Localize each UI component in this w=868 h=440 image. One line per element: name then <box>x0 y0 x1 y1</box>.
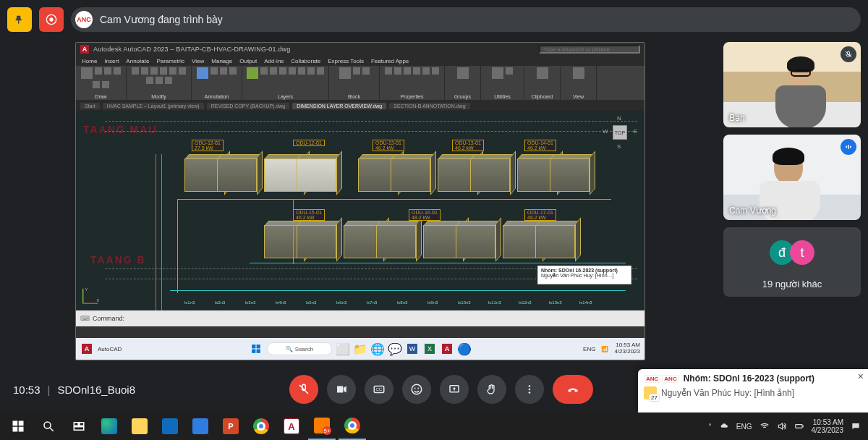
svg-rect-12 <box>850 146 851 148</box>
ribbon-tab[interactable]: Parametric <box>156 58 184 64</box>
word-icon[interactable]: W <box>406 342 419 355</box>
autocad-icon[interactable]: A <box>441 342 454 355</box>
doc-tab[interactable]: DIMENSION LAYER OVERVIEW.dwg <box>292 103 386 109</box>
ribbon-panel-label: Utilities <box>494 94 511 100</box>
ribbon-panel-label: Layers <box>278 94 293 100</box>
ribbon-tab[interactable]: Add-ins <box>264 58 284 64</box>
explorer-icon[interactable] <box>126 412 153 440</box>
leave-call-button[interactable] <box>553 375 593 404</box>
notification-title: Nhóm: SDOnl 16-2023 (support) <box>541 268 628 273</box>
viewcube-face[interactable]: TOP <box>613 125 627 140</box>
autocad-help-search[interactable] <box>539 45 640 54</box>
ppt-icon[interactable]: P <box>217 412 244 440</box>
autocad-canvas[interactable]: TAANG MAU TAANG B N S W E TOP ODU-12-012… <box>76 111 644 310</box>
unit-tag: ODU-14-0146.2 kW <box>524 140 556 151</box>
autocad-ribbon-tabs[interactable]: Home Insert Annotate Parametric View Man… <box>76 56 644 66</box>
search-icon[interactable] <box>35 412 62 440</box>
participant-tile-others[interactable]: đ t 19 người khác <box>723 227 861 297</box>
hvac-unit <box>391 158 430 192</box>
volume-icon[interactable] <box>777 421 787 431</box>
unit-tag: ODU-15-0146.2 kW <box>293 209 325 221</box>
edge-icon[interactable] <box>95 412 123 440</box>
system-tray[interactable]: ˄ ENG 10:53 AM 4/23/2023 <box>708 418 868 434</box>
shared-windows-taskbar: A AutoCAD 🔍 Search ⬜ 📁 🌐 💬 W X A 🔵 ENG 📶… <box>76 338 644 360</box>
viewcube-south: S <box>617 143 621 150</box>
svg-rect-30 <box>74 427 84 431</box>
taskview-icon[interactable] <box>65 412 93 440</box>
reactions-button[interactable] <box>402 375 431 404</box>
raise-hand-button[interactable] <box>477 375 506 404</box>
win-wifi-icon[interactable]: 📶 <box>601 346 608 352</box>
edge-icon[interactable]: 🌐 <box>371 342 384 355</box>
ribbon-tab[interactable]: Output <box>239 58 257 64</box>
captions-button[interactable]: CC <box>365 375 393 404</box>
svg-point-15 <box>412 384 422 394</box>
ribbon-tab[interactable]: Express Tools <box>328 58 364 64</box>
win-lang[interactable]: ENG <box>583 346 595 352</box>
taskview-icon[interactable]: ⬜ <box>336 342 349 355</box>
ribbon-tab[interactable]: Collaborate <box>291 58 320 64</box>
ribbon-panel-label: View <box>573 94 584 100</box>
participant-tile-self[interactable]: Bạn <box>723 42 861 127</box>
wifi-icon[interactable] <box>760 421 770 431</box>
pin-button[interactable] <box>7 7 32 32</box>
onedrive-icon[interactable] <box>719 421 729 431</box>
autocad-notification[interactable]: Nhóm: SDOnl 16-2023 (support) Nguyễn Văn… <box>537 266 631 284</box>
ribbon-tab[interactable]: Insert <box>104 58 119 64</box>
teams-icon[interactable]: 💬 <box>388 342 401 355</box>
unit-tag: ODU-13-0146.2 kW <box>452 140 484 151</box>
presenting-banner[interactable]: ANC Cam Vương đang trình bày <box>71 7 861 32</box>
start-icon[interactable] <box>4 412 32 440</box>
camera-button[interactable] <box>327 375 356 404</box>
chrome-running-icon[interactable] <box>339 412 366 440</box>
tray-chevron-icon[interactable]: ˄ <box>708 423 712 431</box>
battery-icon[interactable] <box>794 421 804 431</box>
doc-tab[interactable]: Start <box>80 103 100 109</box>
win-search[interactable]: 🔍 Search <box>267 342 332 355</box>
ribbon-tab[interactable]: View <box>192 58 204 64</box>
svg-rect-9 <box>257 350 260 353</box>
app-active-icon[interactable]: 5+ <box>308 412 336 440</box>
autocad-doc-tabs[interactable]: Start HVAC SAMPLE – Layout1 (primary vie… <box>76 101 644 111</box>
chat-notification[interactable]: × ANCANC Nhóm: SDOnl 16-2023 (support) 2… <box>638 369 868 412</box>
autocad-ribbon[interactable]: Draw Modify Annotation Layers Block Prop… <box>76 66 644 101</box>
ribbon-tab[interactable]: Home <box>82 58 97 64</box>
mic-button[interactable] <box>289 375 318 404</box>
store-icon[interactable] <box>187 412 214 440</box>
autocad-statusbar[interactable] <box>76 326 644 338</box>
doc-tab[interactable]: HVAC SAMPLE – Layout1 (primary view) <box>103 103 204 109</box>
zalo-icon[interactable]: 🔵 <box>458 342 471 355</box>
autocad-command-line[interactable]: ⌨Command: <box>76 310 644 326</box>
hvac-unit <box>297 225 336 258</box>
mail-icon[interactable] <box>156 412 184 440</box>
unit-tag: ODU-16-0148.2 kW <box>409 209 441 221</box>
win-clock[interactable]: 10:53 AM 4/23/2023 <box>614 342 640 355</box>
ribbon-tab[interactable]: Annotate <box>126 58 149 64</box>
svg-rect-29 <box>80 423 84 426</box>
more-button[interactable] <box>515 375 544 404</box>
ribbon-tab[interactable]: Manage <box>211 58 232 64</box>
close-icon[interactable]: × <box>858 371 864 382</box>
present-button[interactable] <box>440 375 469 404</box>
speaking-icon <box>841 139 856 155</box>
lang-indicator[interactable]: ENG <box>736 423 752 431</box>
doc-tab[interactable]: SECTION-B ANNOTATION.dwg <box>389 103 469 109</box>
chrome-icon[interactable] <box>247 412 275 440</box>
doc-tab[interactable]: REVISED COPY (BACKUP).dwg <box>207 103 290 109</box>
participant-tile-presenter[interactable]: Cam Vương <box>723 135 861 220</box>
record-button[interactable] <box>39 7 64 32</box>
host-clock[interactable]: 10:53 AM 4/23/2023 <box>812 418 844 434</box>
autocad-icon[interactable]: A <box>278 412 305 440</box>
duct-label: ls5n3 <box>306 300 316 305</box>
notifications-icon[interactable] <box>851 421 861 431</box>
win-date: 4/23/2023 <box>614 349 640 355</box>
excel-icon[interactable]: X <box>423 342 436 355</box>
win-search-label: Search <box>295 346 313 352</box>
ribbon-tab[interactable]: Featured Apps <box>371 58 409 64</box>
win-start-icon[interactable] <box>250 342 263 355</box>
svg-rect-11 <box>848 145 849 149</box>
viewcube[interactable]: N S W E TOP <box>603 115 637 150</box>
hvac-unit <box>297 158 336 192</box>
divider: | <box>48 384 51 396</box>
explorer-icon[interactable]: 📁 <box>354 342 367 355</box>
